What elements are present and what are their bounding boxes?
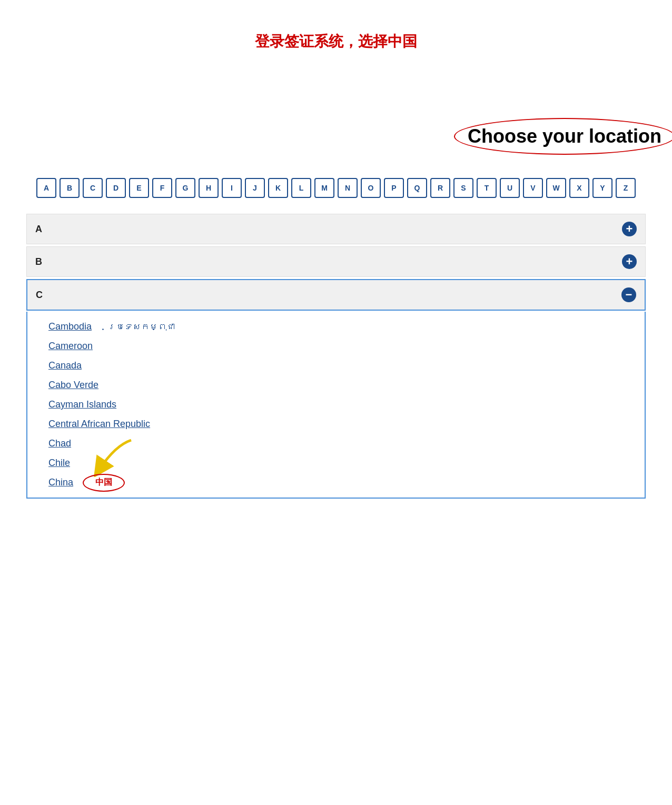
alpha-btn-D[interactable]: D [106,178,126,198]
section-label-C: C [36,290,43,301]
country-link-cambodia[interactable]: Cambodia [48,321,92,332]
list-item: China 中国 [48,473,624,492]
alpha-btn-K[interactable]: K [268,178,288,198]
alpha-btn-Y[interactable]: Y [592,178,612,198]
country-link-china[interactable]: China [48,477,73,488]
alpha-btn-P[interactable]: P [384,178,404,198]
alpha-btn-G[interactable]: G [175,178,195,198]
alpha-btn-V[interactable]: V [523,178,543,198]
country-link-chad[interactable]: Chad [48,438,71,449]
alpha-btn-H[interactable]: H [199,178,219,198]
china-native-oval-wrapper: 中国 [89,477,118,488]
alphabet-bar: ABCDEFGHIJKLMNOPQRSTUVWXYZ [26,178,646,198]
country-link-chile[interactable]: Chile [48,458,70,469]
alpha-btn-X[interactable]: X [569,178,589,198]
section-label-B: B [35,256,42,267]
list-item: Cambodiaប្រទេសកម្ពុជា [48,317,624,336]
alpha-btn-O[interactable]: O [361,178,381,198]
country-link-cayman-islands[interactable]: Cayman Islands [48,399,116,410]
choose-location-container: Choose your location [468,125,661,147]
country-link-cameroon[interactable]: Cameroon [48,341,93,352]
alpha-btn-B[interactable]: B [60,178,80,198]
country-link-canada[interactable]: Canada [48,360,82,371]
plus-icon: + [622,254,637,269]
alpha-btn-S[interactable]: S [453,178,473,198]
alpha-btn-E[interactable]: E [129,178,149,198]
alpha-btn-U[interactable]: U [500,178,520,198]
list-item: Central African Republic [48,414,624,434]
list-item: Canada [48,356,624,375]
section-header-B[interactable]: B+ [26,246,646,277]
alpha-btn-W[interactable]: W [546,178,566,198]
top-title: 登录签证系统，选择中国 [11,32,661,52]
section-label-A: A [35,224,42,235]
list-item: Cayman Islands [48,395,624,414]
section-content-C: Cambodiaប្រទេសកម្ពុជាCameroonCanadaCabo … [26,312,646,499]
china-native-text: 中国 [89,475,118,489]
list-item: Cabo Verde [48,375,624,395]
country-link-cabo-verde[interactable]: Cabo Verde [48,380,98,391]
alpha-btn-J[interactable]: J [245,178,265,198]
alpha-btn-L[interactable]: L [291,178,311,198]
alpha-btn-T[interactable]: T [477,178,497,198]
choose-location-title: Choose your location [468,125,661,147]
section-header-A[interactable]: A+ [26,214,646,244]
alpha-btn-N[interactable]: N [338,178,358,198]
alpha-btn-M[interactable]: M [314,178,334,198]
minus-icon: − [621,287,636,302]
page-wrapper: 登录签证系统，选择中国 Choose your location ABCDEFG… [0,0,672,551]
list-item: Chile [48,453,624,473]
alpha-btn-R[interactable]: R [430,178,450,198]
alpha-btn-C[interactable]: C [83,178,103,198]
list-item: Cameroon [48,336,624,356]
plus-icon: + [622,222,637,236]
alpha-btn-Q[interactable]: Q [407,178,427,198]
section-container: A+B+C−Cambodiaប្រទេសកម្ពុជាCameroonCanad… [26,214,646,499]
section-header-C[interactable]: C− [26,279,646,311]
country-link-central-african-republic[interactable]: Central African Republic [48,419,150,430]
alpha-btn-Z[interactable]: Z [616,178,636,198]
alpha-btn-A[interactable]: A [36,178,56,198]
alpha-btn-F[interactable]: F [152,178,172,198]
country-native-text: ប្រទេសកម្ពុជា [107,322,175,332]
list-item: Chad [48,434,624,453]
alpha-btn-I[interactable]: I [222,178,242,198]
